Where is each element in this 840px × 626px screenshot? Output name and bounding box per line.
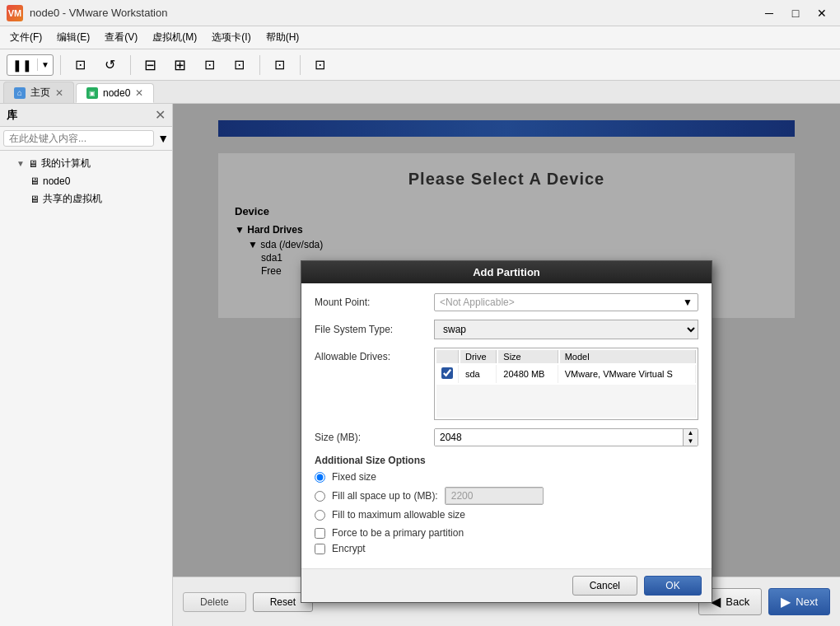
additional-size-title: Additional Size Options bbox=[315, 455, 698, 466]
dialog-title: Add Partition bbox=[301, 261, 712, 283]
window-title: node0 - VMware Workstation bbox=[30, 7, 758, 19]
toolbar-sep-2 bbox=[130, 55, 131, 75]
node-tab-label: node0 bbox=[103, 87, 130, 99]
tree-arrow-computer: ▼ bbox=[16, 159, 25, 168]
primary-partition-checkbox[interactable] bbox=[315, 528, 325, 539]
size-down-btn[interactable]: ▼ bbox=[684, 437, 698, 446]
tree-item-shared-vms[interactable]: 🖥 共享的虚拟机 bbox=[0, 189, 172, 208]
tree-view: ▼ 🖥 我的计算机 🖥 node0 🖥 共享的虚拟机 bbox=[0, 151, 172, 626]
minimize-button[interactable]: ─ bbox=[758, 3, 781, 23]
app-icon: VM bbox=[7, 5, 23, 21]
mount-point-control: <Not Applicable> ▼ bbox=[434, 293, 698, 311]
tree-label-node0: node0 bbox=[43, 175, 70, 187]
option-fixed-size: Fixed size bbox=[315, 471, 698, 483]
tree-label-computer: 我的计算机 bbox=[41, 156, 91, 171]
next-button[interactable]: ▶ Next bbox=[768, 588, 830, 615]
pause-control[interactable]: ❚❚ ▼ bbox=[7, 54, 54, 76]
size-row: Size (MB): ▲ ▼ bbox=[315, 428, 698, 446]
size-up-btn[interactable]: ▲ bbox=[684, 429, 698, 437]
home-tab-icon: ⌂ bbox=[14, 87, 26, 99]
menu-edit[interactable]: 编辑(E) bbox=[50, 28, 96, 47]
tree-item-my-computer[interactable]: ▼ 🖥 我的计算机 bbox=[0, 154, 172, 173]
toolbar-btn-7[interactable]: ⊡ bbox=[267, 53, 293, 77]
mount-point-dropdown-icon: ▼ bbox=[683, 297, 693, 308]
option-fill-up: Fill all space up to (MB): ▲ ▼ bbox=[315, 487, 698, 505]
ok-button[interactable]: OK bbox=[644, 576, 702, 596]
toolbar-btn-3[interactable]: ⊟ bbox=[138, 53, 164, 77]
toolbar-sep-4 bbox=[300, 55, 301, 75]
sidebar: 库 ✕ ▼ ▼ 🖥 我的计算机 🖥 node0 🖥 共享的虚拟机 bbox=[0, 104, 173, 626]
col-model: Model bbox=[560, 350, 696, 363]
toolbar-btn-2[interactable]: ↺ bbox=[97, 53, 124, 77]
toolbar-btn-5[interactable]: ⊡ bbox=[197, 53, 223, 77]
computer-icon: 🖥 bbox=[28, 158, 38, 170]
next-label: Next bbox=[796, 596, 818, 608]
allowable-drives-row: Allowable Drives: Drive Size Model bbox=[315, 348, 698, 420]
encrypt-checkbox[interactable] bbox=[315, 544, 325, 554]
pause-btn[interactable]: ❚❚ bbox=[7, 57, 37, 73]
mount-point-select[interactable]: <Not Applicable> ▼ bbox=[434, 293, 698, 311]
menu-view[interactable]: 查看(V) bbox=[98, 28, 144, 47]
menu-vm[interactable]: 虚拟机(M) bbox=[146, 28, 203, 47]
tab-home[interactable]: ⌂ 主页 ✕ bbox=[3, 82, 74, 103]
file-system-type-control: swap ext4 ext3 ext2 xfs vfat bbox=[434, 320, 698, 339]
menu-file[interactable]: 文件(F) bbox=[3, 28, 49, 47]
fixed-size-radio[interactable] bbox=[315, 472, 325, 483]
cancel-button[interactable]: Cancel bbox=[572, 576, 637, 596]
home-tab-label: 主页 bbox=[30, 86, 50, 100]
menu-tabs[interactable]: 选项卡(I) bbox=[205, 28, 257, 47]
search-input[interactable] bbox=[3, 130, 154, 147]
drives-table: Drive Size Model sda 20480 MB bbox=[434, 348, 698, 420]
node-tab-icon: ▣ bbox=[86, 87, 98, 99]
home-tab-close[interactable]: ✕ bbox=[55, 87, 63, 99]
toolbar-btn-6[interactable]: ⊡ bbox=[226, 53, 253, 77]
maximize-button[interactable]: □ bbox=[784, 3, 807, 23]
toolbar-sep-3 bbox=[259, 55, 260, 75]
primary-partition-row: Force to be a primary partition bbox=[315, 527, 698, 539]
toolbar-btn-8[interactable]: ⊡ bbox=[307, 53, 334, 77]
fill-up-input-wrap: ▲ ▼ bbox=[445, 487, 544, 505]
toolbar-sep-1 bbox=[60, 55, 61, 75]
tab-node0[interactable]: ▣ node0 ✕ bbox=[76, 83, 154, 103]
size-input[interactable] bbox=[435, 429, 683, 446]
tab-bar: ⌂ 主页 ✕ ▣ node0 ✕ bbox=[0, 81, 840, 104]
menu-help[interactable]: 帮助(H) bbox=[259, 28, 306, 47]
file-system-type-select[interactable]: swap ext4 ext3 ext2 xfs vfat bbox=[434, 320, 698, 339]
drive-sda-checkbox[interactable] bbox=[441, 367, 453, 379]
close-button[interactable]: ✕ bbox=[810, 3, 833, 23]
sidebar-close-btn[interactable]: ✕ bbox=[155, 107, 166, 123]
shared-vm-icon: 🖥 bbox=[30, 194, 40, 205]
file-system-type-row: File System Type: swap ext4 ext3 ext2 xf… bbox=[315, 320, 698, 339]
mount-point-row: Mount Point: <Not Applicable> ▼ bbox=[315, 293, 698, 311]
back-arrow-icon: ◀ bbox=[711, 594, 721, 610]
delete-button[interactable]: Delete bbox=[183, 592, 246, 612]
fill-max-radio[interactable] bbox=[315, 510, 325, 521]
search-dropdown-btn[interactable]: ▼ bbox=[157, 132, 169, 145]
fill-up-label: Fill all space up to (MB): bbox=[332, 490, 438, 502]
fill-up-radio[interactable] bbox=[315, 491, 325, 502]
back-label: Back bbox=[726, 596, 749, 608]
tree-label-shared: 共享的虚拟机 bbox=[43, 192, 102, 206]
allowable-drives-control: Drive Size Model sda 20480 MB bbox=[434, 348, 698, 420]
mount-point-label: Mount Point: bbox=[315, 297, 434, 308]
node0-icon: 🖥 bbox=[30, 175, 40, 187]
add-partition-dialog: Add Partition Mount Point: <Not Applicab… bbox=[301, 260, 712, 603]
fill-max-label: Fill to maximum allowable size bbox=[332, 509, 465, 521]
allowable-drives-label: Allowable Drives: bbox=[315, 348, 434, 362]
menu-bar: 文件(F) 编辑(E) 查看(V) 虚拟机(M) 选项卡(I) 帮助(H) bbox=[0, 26, 840, 49]
col-drive: Drive bbox=[460, 350, 497, 363]
additional-size-options: Additional Size Options Fixed size Fill … bbox=[315, 455, 698, 521]
toolbar-btn-4[interactable]: ⊞ bbox=[167, 53, 194, 77]
window-controls: ─ □ ✕ bbox=[758, 3, 833, 23]
fill-up-input[interactable] bbox=[446, 488, 544, 504]
drive-sda-model: VMware, VMware Virtual S bbox=[560, 365, 696, 383]
sidebar-header: 库 ✕ bbox=[0, 104, 172, 127]
toolbar-btn-1[interactable]: ⊡ bbox=[68, 53, 94, 77]
node-tab-close[interactable]: ✕ bbox=[135, 87, 143, 99]
tree-item-node0[interactable]: 🖥 node0 bbox=[0, 173, 172, 189]
content-area: Please Select A Device Device ▼ Hard Dri… bbox=[173, 104, 840, 626]
title-bar: VM node0 - VMware Workstation ─ □ ✕ bbox=[0, 0, 840, 26]
fixed-size-label: Fixed size bbox=[332, 471, 376, 483]
size-control: ▲ ▼ bbox=[434, 428, 698, 446]
drive-sda-name: sda bbox=[460, 365, 497, 383]
